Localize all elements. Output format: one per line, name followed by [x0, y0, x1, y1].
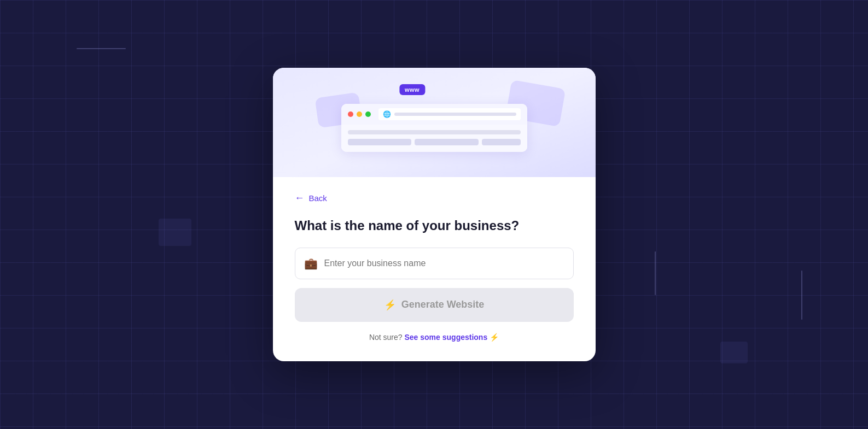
generate-bolt-icon: ⚡ [384, 299, 396, 311]
see-suggestions-link[interactable]: See some suggestions [404, 333, 487, 342]
suggestions-row: Not sure? See some suggestions ⚡ [295, 333, 574, 342]
content-block-3 [482, 139, 520, 145]
generate-website-button[interactable]: ⚡ Generate Website [295, 288, 574, 322]
decorative-rect-2 [720, 342, 748, 363]
browser-titlebar: 🌐 [341, 104, 527, 125]
main-card: www 🌐 ← [273, 68, 596, 361]
addressbar-line [394, 113, 516, 116]
www-badge: www [399, 84, 425, 95]
generate-button-label: Generate Website [401, 299, 485, 310]
traffic-light-red [348, 111, 353, 117]
decorative-line-1 [77, 48, 126, 49]
browser-mockup: 🌐 [341, 104, 527, 152]
back-link[interactable]: ← Back [295, 192, 327, 204]
back-link-label: Back [309, 193, 327, 203]
suggestions-bolt-icon: ⚡ [490, 333, 499, 342]
suggestions-static-text: Not sure? [369, 333, 403, 342]
card-content: ← Back What is the name of your business… [273, 177, 596, 361]
question-title: What is the name of your business? [295, 217, 574, 234]
decorative-line-3 [801, 271, 802, 320]
traffic-light-yellow [357, 111, 362, 117]
traffic-light-green [365, 111, 371, 117]
business-name-input[interactable] [324, 258, 564, 268]
globe-icon: 🌐 [383, 110, 391, 118]
browser-addressbar: 🌐 [378, 108, 521, 120]
content-blocks [348, 139, 521, 145]
content-block-1 [348, 139, 412, 145]
content-line-full [348, 130, 521, 134]
illustration-area: www 🌐 [273, 68, 596, 177]
content-block-2 [415, 139, 479, 145]
browser-body [341, 125, 527, 152]
decorative-line-2 [655, 251, 656, 295]
decorative-rect-1 [159, 219, 191, 246]
briefcase-icon: 💼 [304, 257, 318, 270]
business-name-input-wrapper: 💼 [295, 248, 574, 279]
back-arrow-icon: ← [295, 192, 305, 204]
